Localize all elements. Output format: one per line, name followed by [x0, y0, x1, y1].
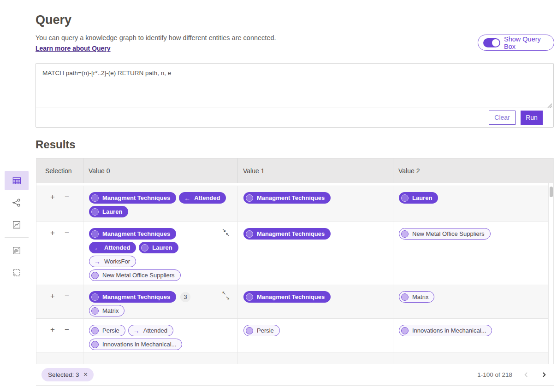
- value1-cell: [237, 352, 393, 364]
- entity-pill[interactable]: Managment Techniques: [89, 291, 176, 303]
- entity-pill[interactable]: Managment Techniques: [89, 192, 176, 204]
- table-row: +−Managment Techniques←AttendedLaurenMan…: [36, 186, 553, 222]
- pill-label: Attended: [143, 327, 167, 334]
- sidebar-item-map-view[interactable]: [5, 241, 29, 260]
- collapse-icon[interactable]: ↘↖: [222, 228, 230, 237]
- add-selection-button[interactable]: +: [50, 229, 55, 237]
- view-switcher: [5, 171, 29, 285]
- add-selection-button[interactable]: +: [50, 193, 55, 201]
- entity-pill[interactable]: Managment Techniques: [243, 291, 331, 303]
- pill-label: Managment Techniques: [257, 230, 325, 237]
- entity-pill[interactable]: Lauren: [399, 192, 438, 204]
- expand-icon[interactable]: ↖↘: [222, 292, 230, 300]
- entity-pill[interactable]: Managment Techniques: [243, 192, 331, 204]
- table-row-partial: [36, 352, 553, 364]
- select-region-icon: [12, 268, 22, 278]
- next-page-button[interactable]: [540, 371, 547, 378]
- show-query-box-toggle[interactable]: Show Query Box: [478, 35, 554, 51]
- entity-pill[interactable]: New Metal Office Suppliers: [399, 228, 491, 240]
- pill-line: Managment Techniques: [89, 228, 234, 240]
- node-icon: [91, 230, 99, 238]
- table-scrollbar[interactable]: [548, 183, 553, 364]
- sidebar-item-graph-view[interactable]: [5, 193, 29, 212]
- sidebar-item-select-region[interactable]: [5, 263, 29, 282]
- run-button[interactable]: Run: [521, 111, 543, 125]
- value1-cell: Managment Techniques: [237, 222, 393, 285]
- entity-pill[interactable]: Lauren: [89, 206, 128, 217]
- toggle-label: Show Query Box: [504, 35, 554, 50]
- pill-label: Persie: [102, 327, 119, 334]
- pill-line: Persie: [243, 325, 389, 336]
- pill-label: Lauren: [412, 194, 432, 201]
- pill-label: Attended: [194, 194, 220, 201]
- sidebar-item-chart-view[interactable]: [5, 215, 29, 234]
- count-badge: 3: [180, 292, 190, 302]
- clear-selection-icon[interactable]: ✕: [83, 371, 88, 378]
- entity-pill[interactable]: Managment Techniques: [243, 228, 331, 240]
- value2-cell: New Metal Office Suppliers: [393, 222, 554, 285]
- clear-button[interactable]: Clear: [489, 111, 516, 125]
- relation-pill[interactable]: →Attended: [128, 325, 173, 336]
- column-header-selection: Selection: [36, 158, 83, 183]
- entity-pill[interactable]: Lauren: [139, 242, 178, 253]
- pill-label: Innovations in Mechanical...: [102, 341, 176, 348]
- entity-pill[interactable]: Persie: [243, 325, 280, 336]
- value2-cell: Matrix: [393, 285, 554, 318]
- chevron-left-icon: [523, 372, 529, 378]
- entity-pill[interactable]: Innovations in Mechanical...: [399, 325, 492, 336]
- selected-chip[interactable]: Selected: 3 ✕: [41, 368, 94, 381]
- entity-pill[interactable]: Managment Techniques: [89, 228, 176, 240]
- prev-page-button[interactable]: [522, 371, 530, 378]
- pill-line: New Metal Office Suppliers: [89, 269, 234, 281]
- column-header-value0: Value 0: [83, 158, 237, 183]
- value0-cell: Managment Techniques←AttendedLauren: [83, 186, 237, 222]
- pill-label: Matrix: [102, 307, 119, 314]
- add-selection-button[interactable]: +: [50, 326, 55, 333]
- entity-pill[interactable]: Matrix: [399, 291, 434, 303]
- value0-cell: [83, 352, 237, 364]
- remove-selection-button[interactable]: −: [65, 193, 69, 201]
- pill-line: Managment Techniques: [243, 291, 389, 303]
- node-icon: [246, 327, 253, 334]
- resize-handle-icon[interactable]: [547, 102, 552, 107]
- remove-selection-button[interactable]: −: [65, 326, 69, 333]
- pill-line: Managment Techniques3: [89, 291, 234, 303]
- node-icon: [401, 293, 409, 301]
- table-row: +−Persie→AttendedInnovations in Mechanic…: [36, 318, 553, 352]
- value1-cell: Persie: [237, 319, 393, 352]
- node-icon: [401, 327, 409, 334]
- remove-selection-button[interactable]: −: [65, 229, 69, 237]
- pill-label: Managment Techniques: [257, 293, 325, 300]
- query-input[interactable]: MATCH path=(n)-[r*..2]-(e) RETURN path, …: [36, 64, 553, 107]
- toggle-switch-icon[interactable]: [483, 38, 500, 47]
- node-icon: [401, 194, 409, 202]
- relation-pill[interactable]: ←Attended: [89, 242, 136, 253]
- relation-pill[interactable]: →WorksFor: [89, 256, 136, 267]
- pill-label: Managment Techniques: [102, 293, 170, 300]
- entity-pill[interactable]: Matrix: [89, 305, 124, 316]
- pill-label: New Metal Office Suppliers: [102, 272, 175, 279]
- value2-cell: [393, 352, 554, 364]
- value0-cell: Managment Techniques3Matrix↖↘: [83, 285, 237, 318]
- page-description: You can query a knowledge graph to ident…: [36, 34, 276, 41]
- query-editor: MATCH path=(n)-[r*..2]-(e) RETURN path, …: [36, 63, 554, 128]
- sidebar-item-table-view[interactable]: [5, 171, 29, 190]
- entity-pill[interactable]: New Metal Office Suppliers: [89, 269, 181, 281]
- add-selection-button[interactable]: +: [50, 292, 55, 300]
- value2-cell: Innovations in Mechanical...: [393, 319, 554, 352]
- entity-pill[interactable]: Innovations in Mechanical...: [89, 339, 182, 350]
- node-icon: [246, 293, 253, 301]
- learn-more-link[interactable]: Learn more about Query: [36, 45, 111, 52]
- table-icon: [12, 176, 22, 186]
- selection-cell: +−: [36, 186, 83, 222]
- pill-line: Persie→Attended: [89, 325, 234, 336]
- scrollbar-thumb[interactable]: [550, 187, 553, 197]
- column-header-value1: Value 1: [237, 158, 393, 183]
- value1-cell: Managment Techniques: [237, 186, 393, 222]
- pill-label: Innovations in Mechanical...: [412, 327, 486, 334]
- remove-selection-button[interactable]: −: [65, 292, 69, 300]
- entity-pill[interactable]: Persie: [89, 325, 125, 336]
- relation-pill[interactable]: ←Attended: [179, 192, 226, 204]
- pill-line: Matrix: [89, 305, 234, 316]
- pill-line: Innovations in Mechanical...: [89, 339, 234, 350]
